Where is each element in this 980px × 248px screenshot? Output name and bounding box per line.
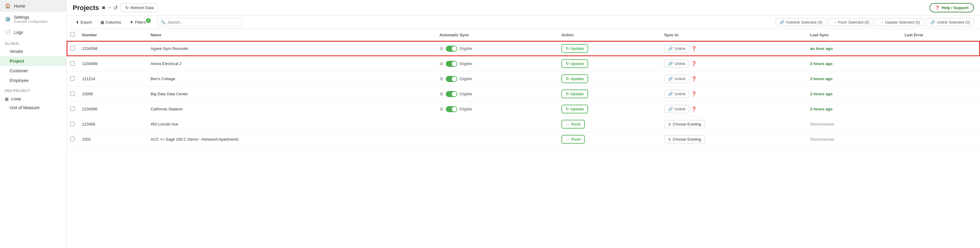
row-checkbox[interactable] bbox=[70, 106, 75, 111]
chevron-down-icon: ∨ bbox=[668, 137, 671, 142]
row-last-sync: 2 hours ago bbox=[807, 87, 901, 102]
settings-sub-label: Example Configuration bbox=[14, 20, 48, 23]
sync-toggle[interactable] bbox=[446, 91, 457, 97]
unlink-selected-icon: 🔗 bbox=[930, 20, 935, 25]
sidebar-item-home[interactable]: 🏠 Home bbox=[0, 0, 66, 12]
arrow-icon: → bbox=[107, 5, 112, 11]
header-right: ❓ Help / Support bbox=[929, 3, 974, 13]
row-last-sync: 2 hours ago bbox=[807, 71, 901, 87]
row-name: ACC <> Sage 100 C Demo - Ashwood Apartme… bbox=[147, 132, 436, 147]
search-box[interactable]: 🔍 bbox=[158, 18, 242, 26]
select-all-header[interactable] bbox=[67, 29, 78, 41]
row-number: 121214 bbox=[78, 71, 147, 87]
table-row: 10056Big Data Data Center ⚙ Eligible ↻ U… bbox=[67, 87, 980, 102]
row-checkbox[interactable] bbox=[70, 61, 75, 66]
col-number: Number bbox=[78, 29, 147, 41]
help-circle-icon[interactable]: ❓ bbox=[691, 106, 697, 112]
refresh-data-button[interactable]: ↻ Refresh Data bbox=[121, 3, 158, 12]
sync-toggle[interactable] bbox=[446, 46, 457, 52]
sync-toggle[interactable] bbox=[446, 61, 457, 67]
sidebar-item-logs[interactable]: 📄 Logs bbox=[0, 26, 66, 38]
row-name: Agave Gym Remodel bbox=[147, 41, 436, 56]
row-checkbox-cell bbox=[67, 102, 78, 117]
sidebar-item-vendor[interactable]: Vendor bbox=[0, 47, 66, 56]
row-checkbox-cell bbox=[67, 41, 78, 56]
row-checkbox[interactable] bbox=[70, 122, 75, 126]
choose-existing-button[interactable]: ∨ Choose Existing bbox=[664, 135, 705, 143]
push-button[interactable]: → Push bbox=[562, 120, 585, 128]
push-button[interactable]: → Push bbox=[562, 135, 585, 144]
export-button[interactable]: ⬇ Export bbox=[73, 19, 95, 26]
home-icon: 🏠 bbox=[5, 3, 11, 9]
unlink-button[interactable]: 🔗 Unlink bbox=[664, 44, 689, 53]
toolbar: ⬇ Export ▦ Columns ▼ Filters 1 🔍 🔗 Autol… bbox=[67, 16, 980, 29]
unlink-button[interactable]: 🔗 Unlink bbox=[664, 105, 689, 113]
help-circle-icon[interactable]: ❓ bbox=[691, 76, 697, 82]
disconnected-label: Disconnected bbox=[810, 137, 834, 142]
row-checkbox[interactable] bbox=[70, 137, 75, 141]
update-button[interactable]: ↻ Update bbox=[562, 44, 588, 53]
sync-toggle[interactable] bbox=[446, 76, 457, 82]
row-last-error bbox=[901, 117, 980, 132]
help-support-button[interactable]: ❓ Help / Support bbox=[929, 3, 974, 13]
breadcrumb-icons: ■ → ↺ bbox=[102, 5, 118, 11]
refresh-label: Refresh Data bbox=[130, 5, 154, 10]
row-name: Ben's Cottage bbox=[147, 71, 436, 87]
global-section-label: GLOBAL bbox=[0, 38, 66, 47]
push-selected-button[interactable]: → Push Selected (0) bbox=[829, 18, 873, 26]
push-icon: → bbox=[566, 122, 570, 126]
unlink-button[interactable]: 🔗 Unlink bbox=[664, 90, 689, 98]
row-last-error bbox=[901, 41, 980, 56]
row-checkbox[interactable] bbox=[70, 91, 75, 96]
sync-gear-icon[interactable]: ⚙ bbox=[439, 61, 443, 66]
sidebar-item-unit[interactable]: Unit of Measure bbox=[0, 103, 66, 112]
filters-button[interactable]: ▼ Filters 1 bbox=[127, 19, 155, 26]
update-button[interactable]: ↻ Update bbox=[562, 105, 588, 114]
columns-button[interactable]: ▦ Columns bbox=[97, 19, 124, 26]
row-number: 123456 bbox=[78, 117, 147, 132]
row-automatic-sync bbox=[436, 132, 558, 147]
search-input[interactable] bbox=[167, 20, 239, 25]
select-all-checkbox[interactable] bbox=[70, 32, 75, 36]
autolink-selected-button[interactable]: 🔗 Autolink Selected (0) bbox=[776, 18, 826, 26]
update-selected-icon: → bbox=[880, 20, 884, 25]
logs-icon: 📄 bbox=[5, 29, 11, 35]
row-action: → Push bbox=[558, 117, 661, 132]
unlink-selected-button[interactable]: 🔗 Unlink Selected (0) bbox=[926, 18, 974, 26]
col-automatic-sync: Automatic Sync bbox=[436, 29, 558, 41]
row-automatic-sync: ⚙ Eligible bbox=[436, 41, 558, 56]
sidebar-item-customer[interactable]: Customer bbox=[0, 66, 66, 76]
sync-gear-icon[interactable]: ⚙ bbox=[439, 46, 443, 51]
row-automatic-sync: ⚙ Eligible bbox=[436, 71, 558, 87]
update-button[interactable]: ↻ Update bbox=[562, 90, 588, 98]
update-selected-button[interactable]: → Update Selected (0) bbox=[876, 18, 924, 26]
row-checkbox[interactable] bbox=[70, 46, 75, 51]
row-checkbox[interactable] bbox=[70, 76, 75, 81]
help-circle-icon[interactable]: ❓ bbox=[691, 91, 697, 97]
choose-existing-button[interactable]: ∨ Choose Existing bbox=[664, 120, 705, 128]
sync-gear-icon[interactable]: ⚙ bbox=[439, 106, 443, 112]
sync-gear-icon[interactable]: ⚙ bbox=[439, 76, 443, 82]
sidebar-item-project[interactable]: Project bbox=[0, 56, 66, 66]
sync-gear-icon[interactable]: ⚙ bbox=[439, 91, 443, 97]
help-circle-icon[interactable]: ❓ bbox=[691, 46, 697, 51]
unlink-selected-label: Unlink Selected (0) bbox=[937, 20, 970, 25]
row-sync-to: ∨ Choose Existing bbox=[660, 117, 807, 132]
help-circle-icon[interactable]: ❓ bbox=[691, 61, 697, 66]
unlink-button[interactable]: 🔗 Unlink bbox=[664, 60, 689, 68]
row-last-sync: 2 hours ago bbox=[807, 102, 901, 117]
col-last-error: Last Error bbox=[901, 29, 980, 41]
push-icon: → bbox=[566, 137, 570, 142]
row-action: ↻ Update bbox=[558, 102, 661, 117]
update-icon: ↻ bbox=[566, 107, 569, 111]
sidebar-item-settings[interactable]: ⚙️ Settings Example Configuration bbox=[0, 12, 66, 26]
update-button[interactable]: ↻ Update bbox=[562, 59, 588, 68]
row-number: 1234590 bbox=[78, 102, 147, 117]
unlink-icon: 🔗 bbox=[668, 92, 673, 96]
sync-toggle[interactable] bbox=[446, 106, 457, 112]
link-icon: 🔗 bbox=[780, 20, 784, 25]
unlink-button[interactable]: 🔗 Unlink bbox=[664, 75, 689, 83]
sidebar-item-employee[interactable]: Employee bbox=[0, 76, 66, 85]
update-button[interactable]: ↻ Update bbox=[562, 74, 588, 83]
chevron-down-icon: ∨ bbox=[668, 122, 671, 126]
